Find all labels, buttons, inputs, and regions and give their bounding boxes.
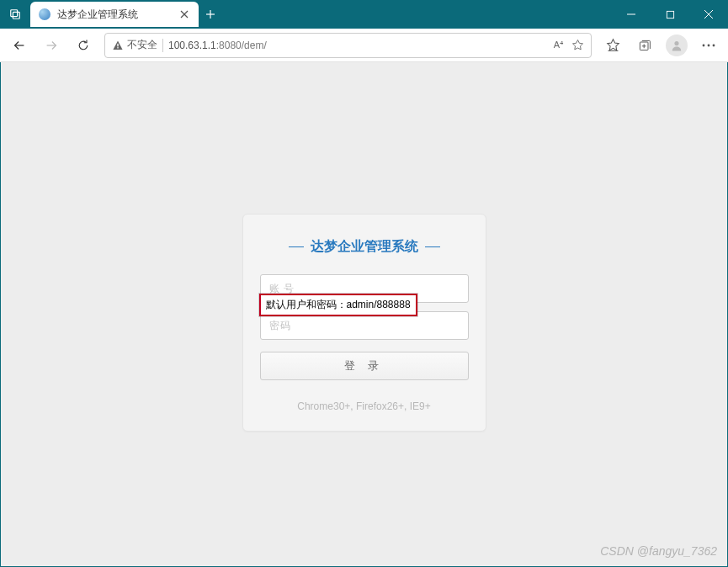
- tab-favicon-icon: [39, 8, 50, 20]
- svg-rect-12: [117, 43, 118, 46]
- profile-button[interactable]: [666, 34, 688, 56]
- menu-button[interactable]: [694, 32, 723, 59]
- browser-tab[interactable]: 达梦企业管理系统: [30, 2, 199, 27]
- reader-mode-icon[interactable]: A⁴: [554, 40, 563, 50]
- nav-back-button[interactable]: [5, 32, 34, 59]
- password-placeholder: 密码: [269, 319, 291, 333]
- warning-icon: [112, 40, 124, 51]
- favorite-icon[interactable]: [571, 39, 584, 51]
- credentials-callout: 默认用户和密码：admin/888888: [259, 294, 417, 316]
- url-text: 100.63.1.1:8080/dem/: [168, 40, 549, 51]
- decorative-dash: [289, 246, 304, 247]
- browser-toolbar: 不安全 100.63.1.1:8080/dem/ A⁴: [0, 29, 728, 62]
- page-content: 达梦企业管理系统 账 号 默认用户和密码：admin/888888 密码 登 录…: [1, 62, 727, 566]
- username-input[interactable]: 账 号 默认用户和密码：admin/888888: [260, 274, 469, 303]
- svg-point-20: [708, 44, 710, 46]
- address-bar[interactable]: 不安全 100.63.1.1:8080/dem/ A⁴: [104, 33, 592, 58]
- security-label: 不安全: [127, 38, 157, 52]
- window-minimize-button[interactable]: [612, 0, 651, 29]
- favorites-button[interactable]: [598, 32, 627, 59]
- svg-rect-1: [13, 12, 19, 19]
- window-titlebar: 达梦企业管理系统: [0, 0, 728, 29]
- new-tab-button[interactable]: [199, 3, 222, 26]
- window-maximize-button[interactable]: [651, 0, 689, 29]
- decorative-dash: [425, 246, 440, 247]
- svg-point-19: [703, 44, 705, 46]
- collections-button[interactable]: [630, 32, 659, 59]
- divider: [162, 39, 163, 52]
- svg-point-21: [713, 44, 715, 46]
- svg-point-18: [674, 41, 678, 45]
- nav-refresh-button[interactable]: [69, 32, 98, 59]
- nav-forward-button[interactable]: [37, 32, 66, 59]
- tab-actions-icon[interactable]: [5, 4, 25, 24]
- window-controls: [612, 0, 728, 29]
- watermark-text: CSDN @fangyu_7362: [600, 544, 717, 558]
- window-close-button[interactable]: [689, 0, 728, 29]
- tab-title: 达梦企业管理系统: [57, 8, 172, 22]
- tab-close-button[interactable]: [178, 8, 190, 20]
- login-panel: 达梦企业管理系统 账 号 默认用户和密码：admin/888888 密码 登 录…: [242, 214, 486, 432]
- security-indicator[interactable]: 不安全: [112, 38, 157, 52]
- svg-rect-13: [117, 47, 118, 48]
- login-button[interactable]: 登 录: [260, 352, 469, 380]
- svg-rect-0: [11, 10, 18, 17]
- svg-rect-7: [667, 11, 673, 18]
- browser-compat-text: Chrome30+, Firefox26+, IE9+: [260, 400, 469, 412]
- login-title: 达梦企业管理系统: [260, 238, 469, 256]
